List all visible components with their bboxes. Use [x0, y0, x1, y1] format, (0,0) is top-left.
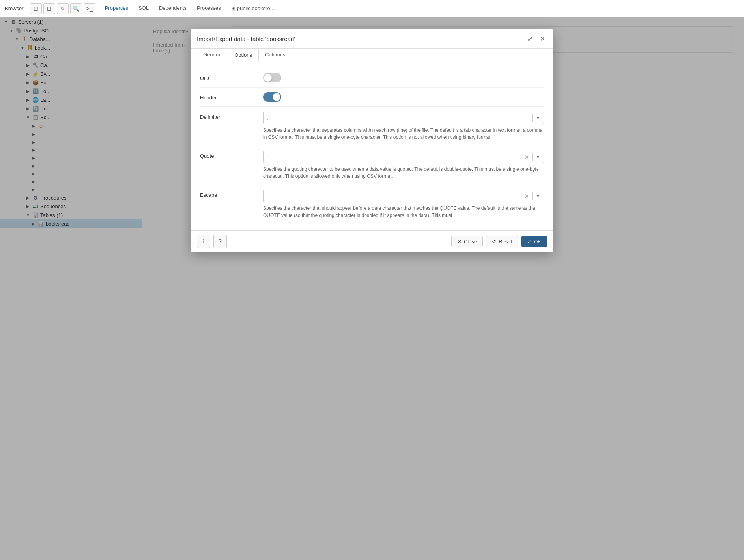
modal-tabs: General Options Columns [191, 49, 553, 62]
help-button[interactable]: ? [213, 235, 227, 248]
tab-processes[interactable]: Processes [192, 4, 226, 13]
modal-header: Import/Export data - table 'booksread' ⤢… [191, 29, 553, 49]
delimiter-dropdown-btn[interactable]: ▼ [533, 112, 544, 124]
reset-label: Reset [499, 239, 512, 245]
ok-button[interactable]: ✓ OK [521, 236, 547, 247]
oid-toggle-track [263, 73, 281, 82]
modal-import-export: Import/Export data - table 'booksread' ⤢… [191, 29, 553, 252]
oid-control [263, 73, 544, 82]
ok-check-icon: ✓ [527, 239, 531, 245]
tab-options[interactable]: Options [228, 49, 259, 62]
delimiter-control: ▼ Specifies the character that separates… [263, 112, 544, 141]
reset-button[interactable]: ↺ Reset [486, 236, 518, 247]
reset-icon: ↺ [492, 239, 496, 245]
tab-table[interactable]: ⊞ public.booksre... [226, 4, 279, 13]
table-name-label: public.booksre... [237, 6, 275, 11]
tab-properties[interactable]: Properties [100, 4, 133, 13]
oid-label: OID [200, 73, 263, 81]
ok-label: OK [534, 239, 541, 245]
app-brand: Browser [5, 6, 24, 11]
close-label: Close [464, 239, 477, 245]
delimiter-input[interactable] [264, 115, 532, 121]
escape-dropdown-btn[interactable]: ▼ [533, 190, 544, 202]
table-icon-btn[interactable]: ⊟ [43, 3, 55, 14]
delimiter-help: Specifies the character that separates c… [263, 127, 544, 141]
close-x-icon: ✕ [457, 239, 462, 245]
edit-icon-btn[interactable]: ✎ [57, 3, 69, 14]
modal-title: Import/Export data - table 'booksread' [197, 35, 295, 42]
header-row: Header [200, 88, 544, 107]
delimiter-row: Delimiter ▼ Specifies the character that… [200, 107, 544, 146]
modal-body: OID Header [191, 62, 553, 230]
close-button[interactable]: ✕ Close [451, 236, 483, 247]
escape-row: Escape ✕ ▼ Specifies the character that … [200, 185, 544, 224]
header-toggle[interactable] [263, 92, 281, 102]
top-tabs: Properties SQL Dependents Processes ⊞ pu… [100, 4, 279, 13]
header-label: Header [200, 92, 263, 101]
delimiter-select: ▼ [263, 112, 544, 124]
oid-toggle-thumb [264, 74, 272, 82]
modal-footer: ℹ ? ✕ Close ↺ Reset ✓ OK [191, 230, 553, 252]
footer-right: ✕ Close ↺ Reset ✓ OK [451, 236, 547, 247]
oid-row: OID [200, 68, 544, 88]
header-control [263, 92, 544, 102]
escape-label: Escape [200, 190, 263, 198]
quote-label: Quote [200, 151, 263, 159]
header-toggle-thumb [273, 93, 280, 101]
oid-toggle[interactable] [263, 73, 281, 82]
escape-clear-btn[interactable]: ✕ [521, 190, 532, 202]
escape-help: Specifies the character that should appe… [263, 205, 544, 219]
modal-header-icons: ⤢ ✕ [525, 34, 547, 43]
tab-columns[interactable]: Columns [259, 49, 292, 62]
terminal-icon-btn[interactable]: >_ [84, 3, 95, 14]
header-toggle-track [263, 92, 281, 102]
delimiter-label: Delimiter [200, 112, 263, 120]
search-icon-btn[interactable]: 🔍 [70, 3, 82, 14]
table-grid-icon: ⊞ [231, 6, 236, 11]
modal-overlay: Import/Export data - table 'booksread' ⤢… [0, 17, 744, 560]
quote-help: Specifies the quoting character to be us… [263, 166, 544, 180]
quote-select: ✕ ▼ [263, 151, 544, 163]
tab-general[interactable]: General [197, 49, 228, 62]
quote-clear-btn[interactable]: ✕ [521, 151, 532, 163]
info-button[interactable]: ℹ [197, 235, 210, 248]
quote-row: Quote ✕ ▼ Specifies the quoting characte… [200, 146, 544, 185]
close-icon[interactable]: ✕ [538, 34, 547, 43]
quote-input[interactable] [264, 154, 521, 160]
tab-dependents[interactable]: Dependents [154, 4, 191, 13]
quote-dropdown-btn[interactable]: ▼ [533, 151, 544, 163]
top-bar: Browser ⊞ ⊟ ✎ 🔍 >_ Properties SQL Depend… [0, 0, 744, 17]
quote-control: ✕ ▼ Specifies the quoting character to b… [263, 151, 544, 180]
toolbar-icons: ⊞ ⊟ ✎ 🔍 >_ [30, 3, 95, 14]
escape-input[interactable] [264, 193, 521, 199]
escape-select: ✕ ▼ [263, 190, 544, 202]
browser-icon-btn[interactable]: ⊞ [30, 3, 42, 14]
expand-icon[interactable]: ⤢ [525, 34, 535, 43]
footer-left: ℹ ? [197, 235, 448, 248]
tab-sql[interactable]: SQL [134, 4, 153, 13]
escape-control: ✕ ▼ Specifies the character that should … [263, 190, 544, 219]
